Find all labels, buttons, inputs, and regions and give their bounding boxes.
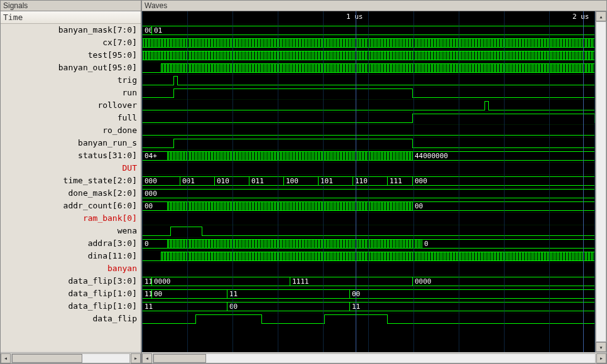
scroll-left-icon[interactable]: ◂ bbox=[1, 353, 11, 363]
signal-addr-count-6-0-[interactable]: addr_count[6:0] bbox=[1, 200, 141, 212]
scroll-left-icon[interactable]: ◂ bbox=[142, 353, 152, 363]
signal-test-95-0-[interactable]: test[95:0] bbox=[1, 49, 141, 62]
scroll-right-icon[interactable]: ▸ bbox=[131, 353, 141, 363]
scroll-down-icon[interactable]: ▾ bbox=[596, 342, 606, 352]
signal-full[interactable]: full bbox=[1, 112, 141, 124]
scrollbar-thumb[interactable] bbox=[153, 354, 206, 363]
bus-value: 100 bbox=[286, 177, 298, 185]
grid-line bbox=[187, 11, 188, 352]
scroll-up-icon[interactable]: ▴ bbox=[596, 11, 606, 21]
bus-value: 01 bbox=[154, 26, 162, 35]
signal-banyan-mask-7-0-[interactable]: banyan_mask[7:0] bbox=[1, 24, 141, 36]
signal-data-flip[interactable]: data_flip bbox=[1, 313, 141, 325]
signal-dut[interactable]: DUT bbox=[1, 162, 141, 174]
bus-value: 11 bbox=[145, 302, 153, 311]
ruler-tick: 2 us bbox=[572, 13, 589, 21]
signal-done-mask-2-0-[interactable]: done_mask[2:0] bbox=[1, 187, 141, 200]
signal-ro-done[interactable]: ro_done bbox=[1, 124, 141, 137]
grid-line bbox=[504, 11, 505, 352]
signal-status-31-0-[interactable]: status[31:0] bbox=[1, 149, 141, 162]
bus-value: 101 bbox=[320, 177, 333, 185]
grid-line bbox=[549, 11, 550, 352]
signal-wena[interactable]: wena bbox=[1, 225, 141, 237]
grid-line bbox=[459, 11, 459, 352]
bus-value: 04+ bbox=[145, 152, 157, 160]
waves-hscroll[interactable]: ◂ ▸ bbox=[142, 352, 606, 363]
signals-panel-title: Signals bbox=[1, 1, 141, 11]
waves-vscroll-track[interactable] bbox=[596, 21, 606, 342]
waves-vscroll[interactable]: ▴ ▾ bbox=[595, 11, 606, 352]
signal-rollover[interactable]: rollover bbox=[1, 99, 141, 112]
waves-scrollbar-track[interactable] bbox=[153, 353, 596, 363]
bus-value: 11 bbox=[229, 290, 238, 298]
waves-panel: Waves 1 us2 us 000104+440000000000010100… bbox=[141, 0, 607, 364]
bus-value: 0000 bbox=[415, 277, 432, 286]
grid-line bbox=[142, 11, 143, 352]
signals-panel: Signals Timebanyan_mask[7:0]cx[7:0]test[… bbox=[0, 0, 141, 364]
signal-data-flip-1-0-[interactable]: data_flip[1:0] bbox=[1, 287, 141, 300]
signal-banyan-out-95-0-[interactable]: banyan_out[95:0] bbox=[1, 62, 141, 74]
signals-list[interactable]: Timebanyan_mask[7:0]cx[7:0]test[95:0]ban… bbox=[1, 11, 141, 352]
signal-data-flip-3-0-[interactable]: data_flip[3:0] bbox=[1, 275, 141, 287]
signal-cx-7-0-[interactable]: cx[7:0] bbox=[1, 36, 141, 49]
bus-value: 1111 bbox=[292, 277, 309, 286]
bus-value: 000 bbox=[145, 190, 157, 198]
bus-value: 0 bbox=[424, 240, 429, 248]
grid-line bbox=[413, 11, 414, 352]
grid-line bbox=[232, 11, 233, 352]
bus-value: 00 bbox=[229, 302, 238, 311]
signal-time[interactable]: Time bbox=[1, 11, 141, 24]
signals-scrollbar-track[interactable] bbox=[11, 353, 130, 363]
scroll-right-icon[interactable]: ▸ bbox=[596, 353, 606, 363]
bus-value: 110 bbox=[355, 177, 368, 185]
signals-hscroll[interactable]: ◂ ▸ bbox=[1, 352, 141, 363]
ruler-tick: 1 us bbox=[346, 13, 363, 21]
bus-value: 000 bbox=[415, 177, 427, 185]
bus-value: 00 bbox=[145, 202, 153, 210]
grid-line bbox=[323, 11, 324, 352]
bus-value: 44000000 bbox=[415, 152, 448, 160]
waves-panel-title: Waves bbox=[142, 1, 606, 11]
signal-addra-3-0-[interactable]: addra[3:0] bbox=[1, 237, 141, 250]
bus-value: 111 bbox=[390, 177, 402, 185]
signal-dina-11-0-[interactable]: dina[11:0] bbox=[1, 250, 141, 262]
grid-line bbox=[278, 11, 278, 352]
waves-body[interactable]: 1 us2 us 000104+440000000000010100111001… bbox=[142, 11, 606, 352]
bus-value: 00 bbox=[154, 290, 162, 298]
bus-value: 0 bbox=[145, 240, 149, 248]
major-grid-line bbox=[583, 11, 584, 352]
signal-ram-bank-0-[interactable]: ram_bank[0] bbox=[1, 212, 141, 225]
bus-value: 0000 bbox=[154, 277, 171, 286]
bus-value: 00 bbox=[415, 202, 423, 210]
signal-banyan-run-s[interactable]: banyan_run_s bbox=[1, 137, 141, 149]
bus-value: 001 bbox=[182, 177, 195, 185]
major-grid-line bbox=[356, 11, 356, 352]
grid-line bbox=[368, 11, 369, 352]
signal-trig[interactable]: trig bbox=[1, 74, 141, 87]
signal-data-flip-1-0-[interactable]: data_flip[1:0] bbox=[1, 300, 141, 313]
bus-value: 010 bbox=[217, 177, 229, 185]
signal-run[interactable]: run bbox=[1, 87, 141, 99]
signal-banyan[interactable]: banyan bbox=[1, 262, 141, 275]
signal-time-state-2-0-[interactable]: time_state[2:0] bbox=[1, 174, 141, 187]
bus-value: 000 bbox=[145, 177, 157, 185]
bus-value: 011 bbox=[251, 177, 264, 185]
scrollbar-thumb[interactable] bbox=[12, 354, 82, 363]
